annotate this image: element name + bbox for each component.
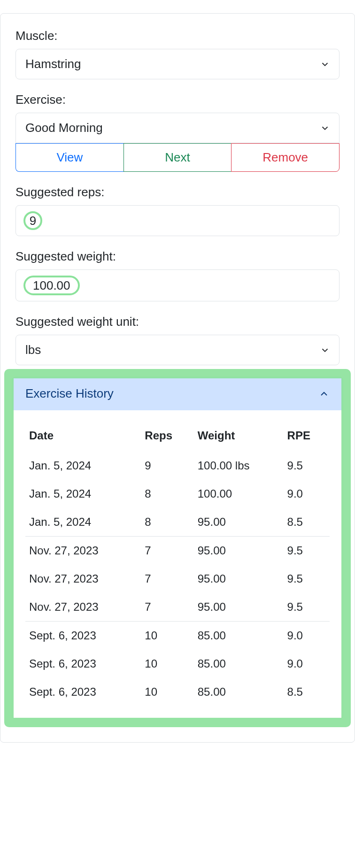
suggested-weight-box: 100.00	[15, 269, 340, 301]
cell-reps: 7	[141, 537, 193, 565]
cell-rpe: 9.0	[284, 480, 330, 508]
cell-rpe: 9.5	[284, 565, 330, 593]
cell-reps: 7	[141, 593, 193, 622]
exercise-select-wrap: Good Morning	[15, 113, 340, 143]
history-title: Exercise History	[25, 386, 114, 401]
table-row: Nov. 27, 2023795.009.5	[25, 593, 330, 622]
muscle-select-wrap: Hamstring	[15, 49, 340, 79]
suggested-weight-unit-label: Suggested weight unit:	[15, 315, 340, 329]
exercise-group: Exercise: Good Morning View Next Remove	[15, 92, 340, 172]
cell-weight: 100.00 lbs	[194, 452, 284, 480]
unit-select-wrap: lbs	[15, 335, 340, 365]
table-row: Sept. 6, 20231085.008.5	[25, 678, 330, 706]
table-row: Jan. 5, 2024895.008.5	[25, 508, 330, 537]
suggested-weight-unit-group: Suggested weight unit: lbs	[15, 315, 340, 365]
table-row: Nov. 27, 2023795.009.5	[25, 537, 330, 565]
cell-weight: 95.00	[194, 537, 284, 565]
history-accordion-body: Date Reps Weight RPE Jan. 5, 20249100.00…	[12, 410, 343, 719]
table-row: Jan. 5, 20248100.009.0	[25, 480, 330, 508]
form-card: Muscle: Hamstring Exercise: Good Morning…	[0, 13, 355, 743]
cell-date: Jan. 5, 2024	[25, 480, 141, 508]
cell-date: Sept. 6, 2023	[25, 650, 141, 678]
chevron-up-icon	[318, 388, 330, 399]
cell-rpe: 8.5	[284, 508, 330, 537]
muscle-select[interactable]: Hamstring	[15, 49, 340, 79]
history-accordion-header[interactable]: Exercise History	[12, 377, 343, 410]
exercise-label: Exercise:	[15, 92, 340, 107]
unit-select[interactable]: lbs	[15, 335, 340, 365]
highlight-annotation: 100.00	[23, 276, 80, 295]
suggested-weight-label: Suggested weight:	[15, 249, 340, 264]
suggested-reps-group: Suggested reps: 9	[15, 185, 340, 236]
cell-reps: 10	[141, 678, 193, 706]
cell-weight: 95.00	[194, 593, 284, 622]
muscle-group: Muscle: Hamstring	[15, 29, 340, 79]
col-date: Date	[25, 423, 141, 452]
table-row: Jan. 5, 20249100.00 lbs9.5	[25, 452, 330, 480]
col-weight: Weight	[194, 423, 284, 452]
cell-rpe: 9.5	[284, 593, 330, 622]
cell-reps: 8	[141, 508, 193, 537]
exercise-button-group: View Next Remove	[15, 143, 340, 172]
cell-reps: 10	[141, 622, 193, 650]
suggested-weight-group: Suggested weight: 100.00	[15, 249, 340, 301]
suggested-weight-value: 100.00	[33, 279, 70, 292]
cell-date: Jan. 5, 2024	[25, 452, 141, 480]
exercise-select[interactable]: Good Morning	[15, 113, 340, 143]
cell-rpe: 9.0	[284, 622, 330, 650]
muscle-select-value: Hamstring	[25, 57, 81, 71]
exercise-select-value: Good Morning	[25, 121, 103, 135]
table-row: Sept. 6, 20231085.009.0	[25, 650, 330, 678]
suggested-reps-value: 9	[30, 215, 36, 227]
suggested-reps-box: 9	[15, 205, 340, 236]
unit-select-value: lbs	[25, 343, 41, 357]
next-button[interactable]: Next	[123, 143, 232, 172]
col-rpe: RPE	[284, 423, 330, 452]
cell-reps: 10	[141, 650, 193, 678]
cell-weight: 85.00	[194, 678, 284, 706]
history-table: Date Reps Weight RPE Jan. 5, 20249100.00…	[25, 423, 330, 706]
cell-date: Sept. 6, 2023	[25, 622, 141, 650]
muscle-label: Muscle:	[15, 29, 340, 43]
cell-date: Nov. 27, 2023	[25, 537, 141, 565]
cell-weight: 85.00	[194, 650, 284, 678]
cell-weight: 95.00	[194, 565, 284, 593]
highlight-annotation: 9	[23, 211, 42, 230]
cell-rpe: 9.5	[284, 452, 330, 480]
cell-reps: 8	[141, 480, 193, 508]
cell-date: Sept. 6, 2023	[25, 678, 141, 706]
cell-reps: 9	[141, 452, 193, 480]
history-highlight-annotation: Exercise History Date Reps Weight RPE	[4, 369, 351, 727]
view-button[interactable]: View	[15, 143, 123, 172]
cell-rpe: 8.5	[284, 678, 330, 706]
col-reps: Reps	[141, 423, 193, 452]
cell-weight: 100.00	[194, 480, 284, 508]
remove-button[interactable]: Remove	[231, 143, 340, 172]
cell-date: Jan. 5, 2024	[25, 508, 141, 537]
cell-date: Nov. 27, 2023	[25, 565, 141, 593]
history-accordion: Exercise History Date Reps Weight RPE	[12, 376, 343, 720]
cell-date: Nov. 27, 2023	[25, 593, 141, 622]
cell-reps: 7	[141, 565, 193, 593]
table-row: Sept. 6, 20231085.009.0	[25, 622, 330, 650]
table-row: Nov. 27, 2023795.009.5	[25, 565, 330, 593]
cell-weight: 95.00	[194, 508, 284, 537]
cell-weight: 85.00	[194, 622, 284, 650]
cell-rpe: 9.5	[284, 537, 330, 565]
cell-rpe: 9.0	[284, 650, 330, 678]
suggested-reps-label: Suggested reps:	[15, 185, 340, 200]
